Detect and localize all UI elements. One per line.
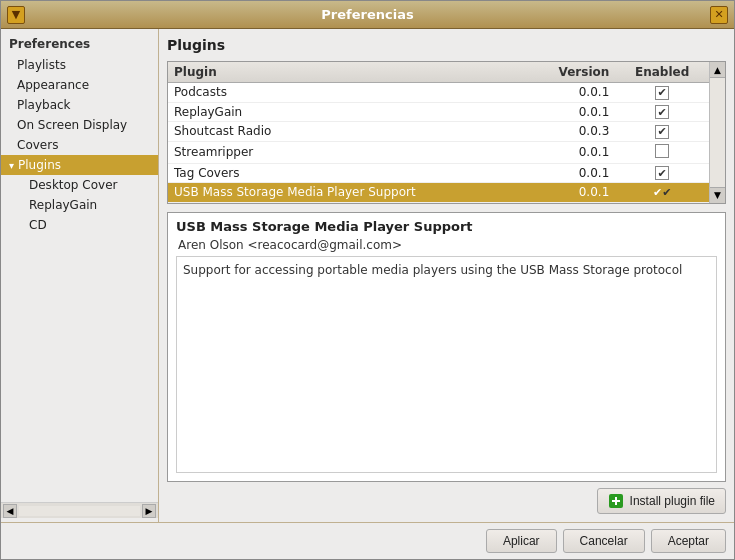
- accept-button[interactable]: Aceptar: [651, 529, 726, 553]
- table-row[interactable]: ReplayGain 0.0.1: [168, 102, 709, 122]
- plugin-name: Shoutcast Radio: [168, 122, 527, 142]
- install-plugin-icon: [608, 493, 624, 509]
- sidebar-scroll-right-btn[interactable]: ▶: [142, 504, 156, 518]
- plugin-detail-author: Aren Olson <reacocard@gmail.com>: [168, 236, 725, 256]
- plugin-version: 0.0.3: [527, 122, 616, 142]
- install-plugin-label: Install plugin file: [630, 494, 715, 508]
- window-title: Preferencias: [25, 7, 710, 22]
- svg-rect-2: [612, 500, 620, 502]
- plugin-table: Plugin Version Enabled Podcasts 0.0.1: [168, 62, 709, 203]
- titlebar-left-spacer: ▼: [7, 6, 25, 24]
- sidebar-scrollbar-h: ◀ ▶: [1, 502, 158, 518]
- plugin-name: Podcasts: [168, 83, 527, 103]
- sidebar-item-playback[interactable]: Playback: [1, 95, 158, 115]
- table-row[interactable]: Tag Covers 0.0.1: [168, 163, 709, 183]
- enabled-checkbox[interactable]: [655, 125, 669, 139]
- sidebar-scroll-track: [19, 506, 140, 516]
- col-header-plugin: Plugin: [168, 62, 527, 83]
- titlebar-close-button[interactable]: ✕: [710, 6, 728, 24]
- table-row[interactable]: Podcasts 0.0.1: [168, 83, 709, 103]
- scroll-track: [710, 78, 725, 187]
- plugin-table-container: Plugin Version Enabled Podcasts 0.0.1: [167, 61, 726, 204]
- sidebar-item-cd[interactable]: CD: [1, 215, 158, 235]
- expand-arrow-icon: ▾: [9, 160, 14, 171]
- table-inner: Plugin Version Enabled Podcasts 0.0.1: [168, 62, 709, 203]
- plugin-name: Tag Covers: [168, 163, 527, 183]
- plugin-enabled[interactable]: [615, 122, 709, 142]
- panel-title: Plugins: [167, 37, 726, 53]
- sidebar-item-onscreen[interactable]: On Screen Display: [1, 115, 158, 135]
- enabled-checkbox[interactable]: [655, 105, 669, 119]
- plugin-version: 0.0.1: [527, 183, 616, 203]
- col-header-version: Version: [527, 62, 616, 83]
- scroll-down-btn[interactable]: ▼: [710, 187, 725, 203]
- sidebar: Preferences Playlists Appearance Playbac…: [1, 29, 159, 522]
- plugin-detail-section: USB Mass Storage Media Player Support Ar…: [167, 212, 726, 483]
- table-row[interactable]: Streamripper 0.0.1: [168, 141, 709, 163]
- scroll-up-btn[interactable]: ▲: [710, 62, 725, 78]
- table-row[interactable]: Shoutcast Radio 0.0.3: [168, 122, 709, 142]
- plugin-enabled[interactable]: [615, 102, 709, 122]
- plugin-enabled[interactable]: [615, 141, 709, 163]
- preferences-window: ▼ Preferencias ✕ Preferences Playlists A…: [0, 0, 735, 560]
- install-plugin-button[interactable]: Install plugin file: [597, 488, 726, 514]
- col-header-enabled: Enabled: [615, 62, 709, 83]
- apply-button[interactable]: Aplicar: [486, 529, 557, 553]
- plugin-version: 0.0.1: [527, 83, 616, 103]
- plugin-version: 0.0.1: [527, 102, 616, 122]
- sidebar-item-plugins[interactable]: ▾Plugins: [1, 155, 158, 175]
- plugin-enabled[interactable]: ✔: [615, 183, 709, 203]
- plugin-name: USB Mass Storage Media Player Support: [168, 183, 527, 203]
- plugin-enabled[interactable]: [615, 163, 709, 183]
- sidebar-item-playlists[interactable]: Playlists: [1, 55, 158, 75]
- plugin-name: Streamripper: [168, 141, 527, 163]
- sidebar-item-covers[interactable]: Covers: [1, 135, 158, 155]
- enabled-checkbox[interactable]: ✔: [655, 186, 669, 200]
- action-buttons: Aplicar Cancelar Aceptar: [486, 529, 726, 553]
- sidebar-root-label: Preferences: [1, 33, 158, 55]
- table-row[interactable]: USB Mass Storage Media Player Support 0.…: [168, 183, 709, 203]
- enabled-checkbox[interactable]: [655, 166, 669, 180]
- sidebar-item-appearance[interactable]: Appearance: [1, 75, 158, 95]
- sidebar-item-replaygain[interactable]: ReplayGain: [1, 195, 158, 215]
- install-btn-row: Install plugin file: [167, 488, 726, 514]
- plugin-detail-description: Support for accessing portable media pla…: [176, 256, 717, 474]
- sidebar-scroll-left-btn[interactable]: ◀: [3, 504, 17, 518]
- sidebar-item-desktop-cover[interactable]: Desktop Cover: [1, 175, 158, 195]
- plugin-version: 0.0.1: [527, 163, 616, 183]
- plugin-enabled[interactable]: [615, 83, 709, 103]
- plugin-name: ReplayGain: [168, 102, 527, 122]
- plugin-table-scrollbar-v: ▲ ▼: [709, 62, 725, 203]
- cancel-button[interactable]: Cancelar: [563, 529, 645, 553]
- plugin-version: 0.0.1: [527, 141, 616, 163]
- enabled-checkbox[interactable]: [655, 144, 669, 158]
- titlebar-menu-button[interactable]: ▼: [7, 6, 25, 24]
- titlebar: ▼ Preferencias ✕: [1, 1, 734, 29]
- main-content: Preferences Playlists Appearance Playbac…: [1, 29, 734, 522]
- bottom-bar: Aplicar Cancelar Aceptar: [1, 522, 734, 559]
- plugin-detail-title: USB Mass Storage Media Player Support: [168, 213, 725, 236]
- right-panel: Plugins Plugin Version Enabled: [159, 29, 734, 522]
- enabled-checkbox[interactable]: [655, 86, 669, 100]
